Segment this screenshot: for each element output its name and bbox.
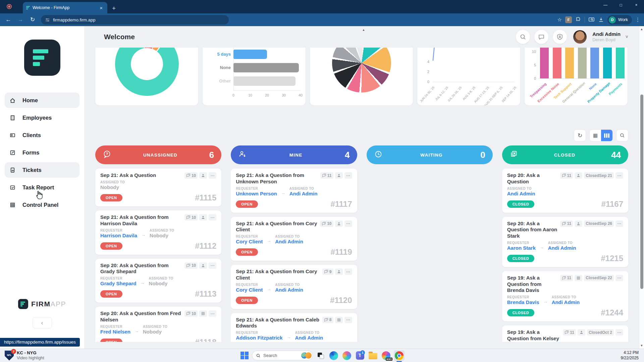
scroll-up-icon[interactable]: ▲ <box>639 27 644 31</box>
download-icon[interactable] <box>598 17 604 23</box>
copilot-icon[interactable] <box>341 350 352 361</box>
tab-close-icon[interactable]: × <box>98 5 104 11</box>
url-bar[interactable]: firmappdemo.firm.app <box>41 15 229 24</box>
new-tab-button[interactable]: + <box>112 5 116 13</box>
start-button[interactable] <box>239 351 250 361</box>
ticket-card[interactable]: Sep 20: Ask a Question from Fred Nielsen… <box>95 307 221 342</box>
sidebar-item-tickets[interactable]: Tickets <box>5 162 79 178</box>
card-menu-button[interactable]: ⋯ <box>615 172 623 179</box>
back-button[interactable]: ← <box>3 15 13 25</box>
task-view-button[interactable] <box>315 350 326 361</box>
card-menu-button[interactable]: ⋯ <box>615 329 623 336</box>
assignee-name[interactable]: Andi Admin <box>507 191 535 196</box>
ticket-card[interactable]: Sep 20: Ask a Question from Aaron Stark … <box>502 217 628 267</box>
taskbar-widget[interactable]: NFL 7 KC - NYG Video highlight <box>5 350 44 361</box>
scroll-down-icon[interactable]: ▼ <box>639 344 644 347</box>
screen-search-icon[interactable] <box>588 17 595 23</box>
card-menu-button[interactable]: ⋯ <box>209 214 216 221</box>
scrollbar-thumb[interactable] <box>640 95 643 289</box>
card-menu-button[interactable]: ⋯ <box>344 172 352 179</box>
reload-button[interactable]: ↻ <box>28 15 38 25</box>
taskbar-clock[interactable]: 4:12 PM 9/22/2025 <box>621 350 639 361</box>
ticket-title[interactable]: Sep 21: Ask a Question <box>100 172 156 179</box>
kanban-view-button[interactable] <box>601 130 612 141</box>
window-minimize-button[interactable]: — <box>598 0 613 10</box>
sidebar-item-forms[interactable]: Forms <box>5 145 79 160</box>
ticket-title[interactable]: Sep 21: Ask a Question from Harrison Dav… <box>100 214 182 227</box>
ticket-title[interactable]: Sep 20: Ask a Question from Aaron Stark <box>507 221 557 239</box>
ticket-title[interactable]: Sep 21: Ask a Question from Unknown Pers… <box>236 172 318 185</box>
assignee-name[interactable]: Andi Admin <box>289 191 318 196</box>
requester-name[interactable]: Unknown Person <box>236 191 277 196</box>
requester-name[interactable]: Cory Client <box>236 239 263 244</box>
admin-shield-button[interactable] <box>553 30 567 44</box>
assignee-name[interactable]: Andi Admin <box>275 287 303 293</box>
teams-icon[interactable]: T1 <box>355 350 365 361</box>
assignee-name[interactable]: Andi Admin <box>552 299 580 305</box>
ticket-title[interactable]: Sep 20: Ask a Question <box>507 172 557 185</box>
forward-button[interactable]: → <box>15 15 25 25</box>
window-maximize-button[interactable]: □ <box>613 0 629 10</box>
chevron-down-icon[interactable]: ˅ <box>626 34 628 40</box>
column-header[interactable]: ? UNASSIGNED 6 <box>95 145 221 164</box>
ticket-card[interactable]: Sep 19: Ask a Question from Brenda Davis… <box>502 271 628 321</box>
browser-tab[interactable]: Welcome - FirmApp × <box>23 2 107 13</box>
column-header[interactable]: ? MINE 4 <box>231 145 357 164</box>
assignee-name[interactable]: Nobody <box>100 184 125 190</box>
ticket-title[interactable]: Sep 20: Ask a Question from Grady Shepar… <box>100 262 182 275</box>
card-menu-button[interactable]: ⋯ <box>615 221 623 227</box>
ticket-title[interactable]: Sep 19: Ask a Question from Kelsey Zaval… <box>507 329 560 342</box>
requester-name[interactable]: Brenda Davis <box>507 299 539 305</box>
card-menu-button[interactable]: ⋯ <box>209 310 216 317</box>
card-menu-button[interactable]: ⋯ <box>209 172 216 179</box>
ticket-title[interactable]: Sep 21: Ask a Question from Caleb Edward… <box>236 317 320 329</box>
chrome-icon[interactable] <box>394 350 405 361</box>
window-close-button[interactable]: × <box>629 0 644 10</box>
table-view-button[interactable]: ▦ <box>590 130 601 141</box>
ticket-card[interactable]: Sep 19: Ask a Question from Kelsey Zaval… <box>502 325 628 342</box>
extension-f-icon[interactable]: F <box>565 16 572 23</box>
scroll-up-icon[interactable]: ▲ <box>84 28 643 32</box>
edge-icon[interactable] <box>328 350 339 361</box>
messages-button[interactable] <box>534 30 548 44</box>
browser-profile-chip[interactable]: D Work <box>607 15 632 24</box>
column-header[interactable]: ? WAITING 0 <box>367 145 493 164</box>
file-explorer-icon[interactable] <box>368 350 378 361</box>
user-block[interactable]: Andi Admin Deren Boyd <box>592 31 621 43</box>
assignee-name[interactable]: Nobody <box>149 281 173 286</box>
requester-name[interactable]: Grady Shepard <box>100 281 137 286</box>
search-button[interactable] <box>516 30 530 44</box>
ticket-card[interactable]: Sep 21: Ask a Question 10 ⋯ <box>95 169 221 206</box>
requester-name[interactable]: Fred Nielsen <box>100 329 130 335</box>
ticket-title[interactable]: Sep 21: Ask a Question from Cory Client <box>236 221 317 233</box>
ticket-title[interactable]: Sep 20: Ask a Question from Fred Nielsen <box>100 310 182 323</box>
requester-name[interactable]: Addison Fitzpatrick <box>236 335 282 341</box>
page-scrollbar[interactable]: ▲ ▼ <box>639 26 644 349</box>
ticket-title[interactable]: Sep 19: Ask a Question from Brenda Davis <box>507 275 557 294</box>
assignee-name[interactable]: Andi Admin <box>275 239 303 244</box>
ticket-card[interactable]: Sep 20: Ask a Question 11 ClosedSep 21 ⋯ <box>502 169 628 213</box>
m365-icon[interactable]: M365 <box>381 350 391 361</box>
card-menu-button[interactable]: ⋯ <box>344 268 352 275</box>
card-menu-button[interactable]: ⋯ <box>344 317 352 323</box>
assignee-name[interactable]: Andi Admin <box>548 245 576 251</box>
ticket-card[interactable]: Sep 21: Ask a Question from Unknown Pers… <box>231 169 357 213</box>
requester-name[interactable]: Harrison Davila <box>100 233 137 238</box>
board-search-button[interactable] <box>616 129 628 141</box>
ticket-card[interactable]: Sep 21: Ask a Question from Caleb Edward… <box>231 313 357 342</box>
extensions-puzzle-icon[interactable] <box>575 17 581 23</box>
user-avatar[interactable] <box>573 30 587 44</box>
ticket-card[interactable]: Sep 21: Ask a Question from Harrison Dav… <box>95 210 221 255</box>
ticket-card[interactable]: Sep 21: Ask a Question from Cory Client … <box>231 265 357 309</box>
browser-menu-icon[interactable]: ⋮ <box>635 17 641 23</box>
sidebar-item-employees[interactable]: Employees <box>5 110 79 125</box>
column-header[interactable]: ? CLOSED 44 <box>502 145 628 164</box>
assignee-name[interactable]: Andi Admin <box>295 335 323 341</box>
ticket-card[interactable]: Sep 20: Ask a Question from Grady Shepar… <box>95 259 221 303</box>
card-menu-button[interactable]: ⋯ <box>344 221 352 227</box>
ticket-card[interactable]: Sep 21: Ask a Question from Cory Client … <box>231 217 357 261</box>
ticket-title[interactable]: Sep 21: Ask a Question from Cory Client <box>236 268 320 281</box>
bookmark-star-icon[interactable]: ☆ <box>557 17 562 23</box>
sidebar-collapse-button[interactable]: ‹ <box>33 317 52 328</box>
sidebar-item-home[interactable]: Home <box>5 93 79 108</box>
